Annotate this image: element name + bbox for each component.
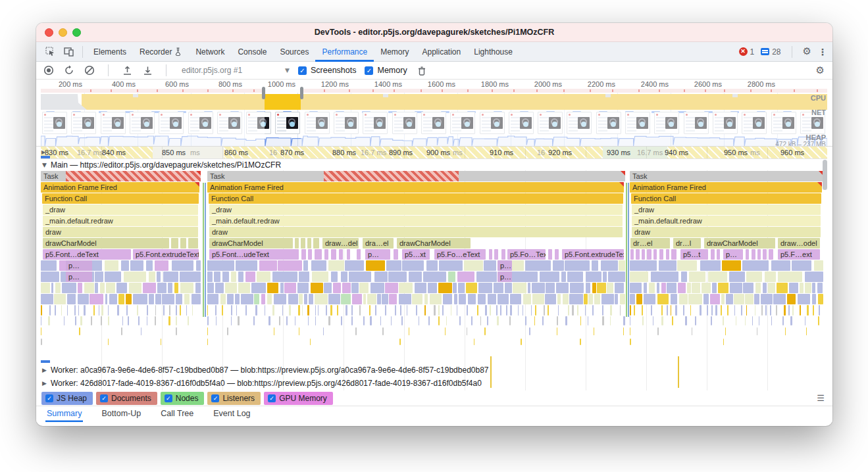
flame-fragment[interactable] (149, 271, 155, 282)
flame-fragment[interactable] (309, 294, 313, 304)
flame-bar[interactable]: Animation Frame Fired (41, 182, 199, 193)
tab-network[interactable]: Network (189, 42, 231, 62)
flame-fragment[interactable] (721, 305, 722, 316)
flame-fragment[interactable] (683, 305, 684, 316)
flame-fragment[interactable] (155, 294, 161, 304)
flame-fragment[interactable] (588, 294, 593, 304)
flame-bar[interactable]: Function Call (42, 193, 199, 204)
flame-fragment[interactable] (176, 294, 182, 304)
flame-fragment[interactable] (192, 305, 193, 316)
flame-fragment[interactable] (476, 271, 498, 282)
flame-fragment[interactable] (106, 283, 115, 293)
flame-fragment[interactable] (630, 260, 657, 271)
flame-fragment[interactable] (542, 316, 544, 325)
capture-target-select[interactable]: editor.p5js.org #1 ▼ (179, 66, 290, 75)
flame-fragment[interactable] (451, 305, 451, 316)
flame-fragment[interactable] (402, 260, 423, 271)
flame-fragment[interactable] (363, 316, 365, 325)
flame-bar[interactable]: p5.Fo…eText (434, 249, 486, 260)
flame-fragment[interactable] (315, 294, 327, 304)
flame-fragment[interactable] (688, 294, 702, 304)
flame-fragment[interactable] (745, 316, 746, 325)
overflow-menu-icon[interactable]: ☰ (817, 393, 825, 403)
flame-bar[interactable]: dra…el (363, 238, 394, 248)
flame-fragment[interactable] (220, 294, 226, 304)
flame-fragment[interactable] (446, 316, 447, 325)
flame-fragment[interactable] (487, 316, 488, 325)
flame-fragment[interactable] (773, 294, 786, 304)
flame-fragment[interactable] (207, 260, 234, 271)
flame-fragment[interactable] (272, 305, 274, 316)
flame-bar[interactable] (295, 238, 299, 248)
flame-fragment[interactable] (64, 316, 64, 325)
flame-fragment[interactable] (409, 327, 410, 335)
flame-bar[interactable] (301, 238, 305, 248)
flame-fragment[interactable] (385, 283, 397, 293)
flame-fragment[interactable] (299, 294, 303, 304)
flame-fragment[interactable] (380, 316, 381, 325)
expand-arrow-icon[interactable]: ▶ (42, 367, 47, 373)
flame-fragment[interactable] (109, 294, 118, 304)
flame-fragment[interactable] (736, 316, 736, 325)
flame-bar[interactable]: Animation Frame Fired (630, 182, 822, 193)
flame-bar[interactable] (555, 249, 559, 260)
load-profile-icon[interactable] (121, 64, 133, 76)
flame-fragment[interactable] (672, 316, 673, 325)
flame-bar[interactable] (307, 238, 311, 248)
flame-fragment[interactable] (367, 294, 376, 304)
flame-bar[interactable]: _main.default.redraw (632, 216, 821, 226)
flame-fragment[interactable] (49, 305, 51, 316)
flame-fragment[interactable] (215, 305, 217, 316)
flame-bar[interactable]: _draw (632, 204, 821, 215)
vertical-scrollbar-thumb[interactable] (823, 160, 827, 190)
flame-fragment[interactable] (231, 316, 232, 325)
flame-fragment[interactable] (771, 260, 791, 271)
flame-fragment[interactable] (133, 294, 147, 304)
flame-fragment[interactable] (679, 294, 688, 304)
flame-fragment[interactable] (513, 283, 526, 293)
flame-fragment[interactable] (615, 294, 618, 304)
flame-fragment[interactable] (497, 316, 499, 325)
flame-fragment[interactable] (118, 294, 124, 304)
flame-fragment[interactable] (310, 339, 311, 345)
flame-fragment[interactable] (253, 316, 255, 325)
flame-fragment[interactable] (787, 294, 796, 304)
flame-fragment[interactable] (757, 327, 758, 335)
flame-fragment[interactable] (474, 339, 474, 345)
flame-fragment[interactable] (586, 271, 601, 282)
flame-fragment[interactable] (484, 327, 486, 335)
flame-fragment[interactable] (196, 260, 201, 271)
flame-fragment[interactable] (236, 305, 238, 316)
flame-fragment[interactable] (759, 316, 760, 325)
flame-bar[interactable]: p… (66, 271, 92, 282)
flame-fragment[interactable] (351, 316, 353, 325)
flame-fragment[interactable] (386, 260, 401, 271)
main-thread-header[interactable]: ▼Main — https://editor.p5js.org/davepagu… (41, 159, 828, 170)
flame-fragment[interactable] (725, 327, 727, 335)
tab-sources[interactable]: Sources (273, 42, 315, 62)
flame-fragment[interactable] (67, 305, 68, 316)
flame-fragment[interactable] (477, 305, 478, 316)
flame-fragment[interactable] (619, 260, 625, 271)
flame-fragment[interactable] (817, 283, 823, 293)
flame-fragment[interactable] (312, 271, 328, 282)
flame-fragment[interactable] (267, 294, 272, 304)
flame-bar[interactable] (324, 249, 328, 260)
flame-fragment[interactable] (241, 294, 253, 304)
flame-fragment[interactable] (280, 283, 284, 293)
flame-fragment[interactable] (649, 283, 655, 293)
flame-fragment[interactable] (359, 305, 361, 316)
flame-fragment[interactable] (467, 305, 469, 316)
tab-memory[interactable]: Memory (374, 42, 415, 62)
flame-bar[interactable]: drawCharModel (209, 238, 293, 248)
flame-fragment[interactable] (121, 327, 122, 335)
flame-fragment[interactable] (790, 316, 792, 325)
flame-fragment[interactable] (257, 271, 270, 282)
flame-fragment[interactable] (330, 305, 332, 316)
save-profile-icon[interactable] (141, 64, 153, 76)
memory-counter-js-heap[interactable]: ✓JS Heap (41, 392, 93, 405)
flame-fragment[interactable] (172, 260, 194, 271)
flame-fragment[interactable] (630, 316, 630, 325)
flame-fragment[interactable] (100, 283, 105, 293)
flame-fragment[interactable] (412, 294, 422, 304)
